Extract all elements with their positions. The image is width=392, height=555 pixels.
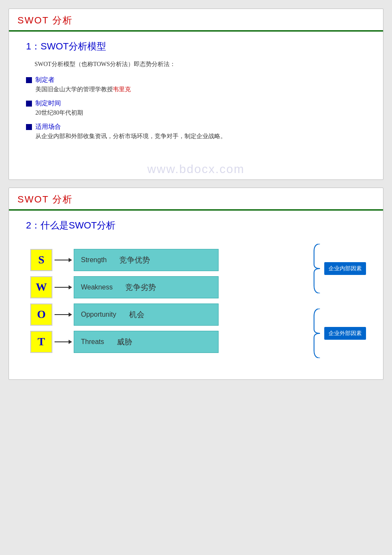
slide-1-header: SWOT 分析	[9, 9, 383, 32]
bullet-square-icon-3	[26, 124, 32, 130]
swot-w-arrow	[52, 287, 74, 288]
slide-2-header: SWOT 分析	[9, 188, 383, 211]
swot-w-label: Weakness 竞争劣势	[74, 276, 219, 298]
bullet-usage: 适用场合 从企业内部和外部收集资讯，分析市场环境，竞争对手，制定企业战略。	[26, 123, 366, 140]
external-bracket-label: 企业外部因素	[324, 327, 366, 340]
swot-rows: S Strength 竞争优势 W	[30, 249, 304, 353]
swot-s-arrow	[52, 260, 74, 260]
swot-w-box: W	[30, 276, 52, 298]
internal-bracket-label: 企业内部因素	[324, 262, 366, 275]
slide-1-title: SWOT 分析	[17, 15, 73, 26]
swot-o-label: Opportunity 机会	[74, 304, 219, 326]
swot-s-label: Strength 竞争优势	[74, 249, 219, 271]
bullet-creator-label: 制定者	[26, 76, 366, 84]
swot-row-s: S Strength 竞争优势	[30, 249, 304, 271]
swot-t-arrow	[52, 341, 74, 342]
swot-row-t: T Threats 威胁	[30, 331, 304, 353]
internal-bracket-group: 企业内部因素	[312, 244, 366, 293]
external-brace-svg	[312, 309, 323, 358]
swot-t-label: Threats 威胁	[74, 331, 219, 353]
slide-2: SWOT 分析 2：什么是SWOT分析 S Strength 竞争优势	[9, 188, 383, 380]
bullet-square-icon-2	[26, 101, 32, 107]
swot-row-w: W Weakness 竞争劣势	[30, 276, 304, 298]
bullet-creator: 制定者 美国旧金山大学的管理学教授韦里克	[26, 76, 366, 93]
swot-o-arrow	[52, 314, 74, 315]
bullet-usage-label: 适用场合	[26, 123, 366, 131]
creator-link[interactable]: 韦里克	[113, 86, 131, 92]
watermark-text: www.bdocx.com	[9, 159, 383, 179]
slide-1-intro: SWOT分析模型（也称TOWS分析法）即态势分析法：	[26, 61, 366, 68]
swot-s-box: S	[30, 249, 52, 271]
swot-o-box: O	[30, 304, 52, 326]
bullet-usage-content: 从企业内部和外部收集资讯，分析市场环境，竞争对手，制定企业战略。	[26, 133, 366, 140]
bullet-square-icon	[26, 77, 32, 83]
internal-brace-svg	[312, 244, 323, 293]
swot-t-box: T	[30, 331, 52, 353]
slide-1-body: 1：SWOT分析模型 SWOT分析模型（也称TOWS分析法）即态势分析法： 制定…	[9, 32, 383, 159]
slide-2-body: 2：什么是SWOT分析 S Strength 竞争优势	[9, 211, 383, 379]
swot-row-o: O Opportunity 机会	[30, 304, 304, 326]
slide-2-title: SWOT 分析	[17, 194, 73, 205]
bullet-creator-content: 美国旧金山大学的管理学教授韦里克	[26, 86, 366, 93]
bullet-time: 制定时间 20世纪80年代初期	[26, 99, 366, 117]
bullet-time-content: 20世纪80年代初期	[26, 109, 366, 117]
external-bracket-group: 企业外部因素	[312, 309, 366, 358]
slide-1: SWOT 分析 1：SWOT分析模型 SWOT分析模型（也称TOWS分析法）即态…	[9, 9, 383, 180]
slide-2-section: 2：什么是SWOT分析	[26, 219, 366, 232]
bullet-time-label: 制定时间	[26, 99, 366, 107]
slide-1-section: 1：SWOT分析模型	[26, 40, 366, 53]
